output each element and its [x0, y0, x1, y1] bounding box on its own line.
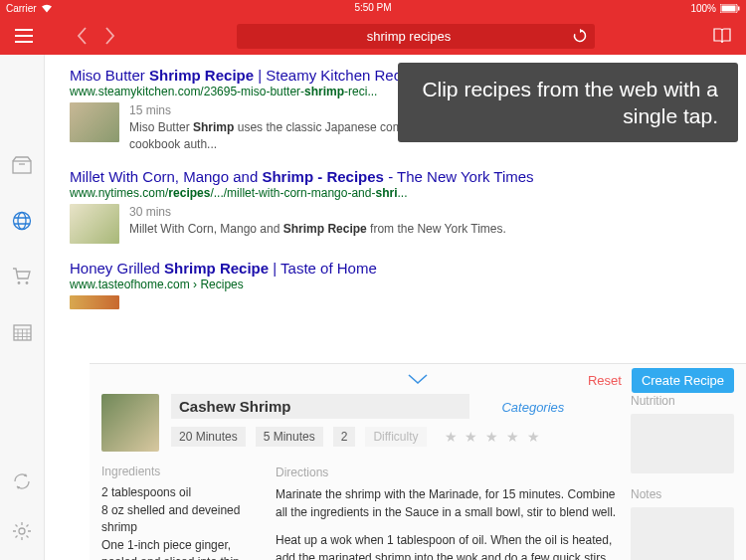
- search-result[interactable]: Honey Grilled Shrimp Recipe | Taste of H…: [70, 260, 721, 309]
- recipes-box-icon[interactable]: [11, 154, 33, 176]
- result-url: www.tasteofhome.com › Recipes: [70, 278, 721, 291]
- svg-rect-3: [13, 161, 31, 173]
- nutrition-box[interactable]: [631, 414, 734, 473]
- sync-icon[interactable]: [11, 470, 33, 492]
- ingredients-text[interactable]: 2 tablespoons oil 8 oz shelled and devei…: [101, 484, 256, 560]
- battery-pct: 100%: [690, 3, 716, 14]
- back-button[interactable]: [68, 22, 95, 50]
- reset-button[interactable]: Reset: [588, 373, 622, 388]
- address-bar[interactable]: shrimp recipes: [237, 24, 595, 49]
- address-text: shrimp recipes: [245, 29, 573, 44]
- result-url: www.nytimes.com/recipes/.../millet-with-…: [70, 186, 721, 200]
- result-snippet: 30 mins Millet With Corn, Mango and Shri…: [129, 204, 506, 244]
- svg-point-6: [18, 281, 21, 284]
- settings-gear-icon[interactable]: [11, 520, 33, 542]
- search-result[interactable]: Millet With Corn, Mango and Shrimp - Rec…: [70, 168, 721, 244]
- result-thumbnail: [70, 204, 119, 244]
- wifi-icon: [41, 4, 53, 13]
- recipe-thumbnail: [101, 394, 159, 452]
- nutrition-label: Nutrition: [631, 394, 734, 408]
- notes-label: Notes: [631, 487, 734, 501]
- ingredients-label: Ingredients: [101, 464, 256, 480]
- directions-text[interactable]: Marinate the shrimp with the Marinade, f…: [276, 485, 619, 560]
- result-title: Honey Grilled Shrimp Recipe | Taste of H…: [70, 260, 721, 277]
- categories-link[interactable]: Categories: [501, 400, 564, 415]
- battery-icon: [720, 4, 740, 13]
- svg-point-7: [26, 281, 29, 284]
- result-thumbnail: [70, 295, 119, 309]
- result-thumbnail: [70, 102, 119, 142]
- result-title: Millet With Corn, Mango and Shrimp - Rec…: [70, 168, 721, 185]
- svg-point-9: [19, 528, 25, 534]
- carrier-label: Carrier: [6, 3, 37, 14]
- reload-icon[interactable]: [573, 29, 587, 43]
- notes-box[interactable]: [631, 507, 734, 560]
- directions-label: Directions: [276, 464, 619, 481]
- svg-rect-1: [722, 6, 736, 12]
- rating-stars[interactable]: ★ ★ ★ ★ ★: [445, 429, 543, 445]
- nav-bar: shrimp recipes: [0, 17, 746, 55]
- forward-button[interactable]: [95, 22, 123, 50]
- clock: 5:50 PM: [354, 2, 391, 13]
- prep-time-input[interactable]: 20 Minutes: [171, 427, 246, 447]
- calendar-icon[interactable]: [11, 321, 33, 343]
- create-recipe-button[interactable]: Create Recipe: [632, 368, 734, 393]
- clipper-panel: Reset Create Recipe Cashew Shrimp Catego…: [90, 363, 746, 560]
- cook-time-input[interactable]: 5 Minutes: [256, 427, 323, 447]
- bookmarks-button[interactable]: [708, 22, 736, 50]
- left-rail: [0, 55, 45, 560]
- collapse-chevron-icon[interactable]: [407, 373, 429, 385]
- shopping-cart-icon[interactable]: [11, 266, 33, 287]
- menu-button[interactable]: [10, 22, 38, 50]
- difficulty-input[interactable]: Difficulty: [365, 427, 426, 447]
- feature-tooltip: Clip recipes from the web with a single …: [398, 63, 738, 142]
- browser-globe-icon[interactable]: [11, 210, 33, 232]
- servings-input[interactable]: 2: [333, 427, 356, 447]
- svg-point-4: [14, 213, 31, 230]
- svg-rect-2: [738, 7, 740, 11]
- recipe-title-input[interactable]: Cashew Shrimp: [171, 394, 469, 419]
- svg-point-5: [18, 213, 26, 230]
- status-bar: Carrier 5:50 PM 100%: [0, 0, 746, 17]
